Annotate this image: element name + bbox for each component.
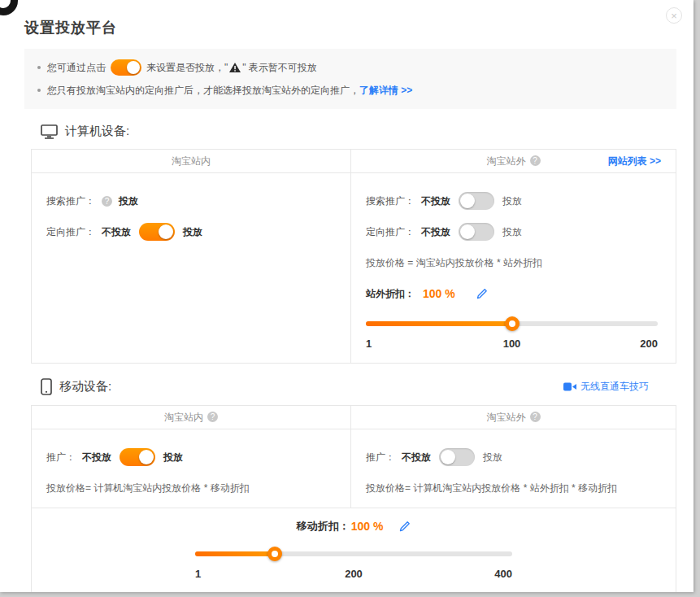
target-promo-label: 定向推广：: [46, 225, 95, 239]
toggle-knob: [139, 450, 154, 464]
slider-min-label: 1: [195, 568, 201, 580]
mobile-onsite-toggle[interactable]: [120, 448, 155, 466]
header-label: 淘宝站外: [487, 155, 526, 167]
offsite-discount-value: 100 %: [423, 287, 455, 300]
notice-line-2: 您只有投放淘宝站内的定向推广后，才能选择投放淘宝站外的定向推广， 了解详情 >>: [36, 79, 665, 102]
dialog-title: 设置投放平台: [0, 0, 693, 37]
on-label: 投放: [483, 451, 502, 464]
notice-text: " 表示暂不可投放: [242, 56, 317, 79]
mobile-icon: [41, 378, 52, 395]
toggle-knob: [127, 61, 140, 74]
on-label: 投放: [502, 194, 522, 208]
slider-fill: [366, 321, 512, 326]
warning-icon: [229, 63, 241, 72]
mobile-table-header: 淘宝站内? 淘宝站外?: [32, 406, 676, 429]
help-icon[interactable]: ?: [530, 155, 541, 166]
off-label: 不投放: [421, 194, 450, 208]
help-icon[interactable]: ?: [102, 196, 112, 207]
mobile-section-title: 移动设备:: [59, 379, 111, 394]
off-label: 不投放: [102, 225, 131, 239]
mobile-discount-line: 移动折扣： 100 %: [32, 519, 676, 534]
mobile-discount-row: 移动折扣： 100 % 1 200 400: [32, 508, 676, 592]
computer-onsite-search-row: 搜索推广： ? 投放: [46, 191, 333, 211]
toggle-knob: [441, 450, 455, 464]
header-label: 淘宝站内: [164, 412, 203, 423]
computer-icon: [41, 124, 58, 139]
mobile-offsite-header: 淘宝站外?: [350, 406, 676, 429]
target-promo-label: 定向推广：: [366, 225, 415, 239]
mobile-onsite-promo-row: 推广： 不投放 投放: [46, 447, 333, 467]
mobile-table-body: 推广： 不投放 投放 投放价格= 计算机淘宝站内投放价格 * 移动折扣 推广： …: [32, 429, 676, 508]
mobile-discount-slider[interactable]: [195, 547, 512, 561]
slider-min-label: 1: [366, 338, 372, 350]
computer-table: 淘宝站内 淘宝站外? 网站列表 >> 搜索推广： ? 投放 定向推广： 不投放 …: [31, 149, 676, 364]
mobile-section-header: 移动设备: 无线直通车技巧: [41, 378, 676, 395]
settings-dialog: × 设置投放平台 您可通过点击 来设置是否投放，" " 表示暂不可投放 您只有投…: [0, 0, 693, 592]
computer-section-title: 计算机设备:: [65, 124, 129, 139]
edit-icon[interactable]: [399, 521, 411, 532]
computer-table-body: 搜索推广： ? 投放 定向推广： 不投放 投放 搜索推广： 不投放 投放: [32, 173, 676, 363]
off-label: 不投放: [402, 451, 431, 464]
bullet-icon: [37, 89, 41, 92]
computer-table-header: 淘宝站内 淘宝站外? 网站列表 >>: [32, 150, 676, 173]
header-label: 淘宝站外: [487, 412, 526, 423]
off-label: 不投放: [421, 225, 450, 239]
notice-text: 您可通过点击: [47, 56, 106, 79]
offsite-discount-row: 站外折扣： 100 %: [366, 284, 658, 303]
promo-label: 推广：: [366, 451, 395, 464]
website-list-link[interactable]: 网站列表 >>: [608, 150, 661, 172]
mobile-offsite-toggle[interactable]: [439, 448, 475, 466]
notice-box: 您可通过点击 来设置是否投放，" " 表示暂不可投放 您只有投放淘宝站内的定向推…: [24, 49, 676, 109]
close-button[interactable]: ×: [666, 7, 682, 24]
edit-icon[interactable]: [476, 288, 488, 299]
on-label: 投放: [163, 451, 183, 464]
toggle-knob: [460, 194, 475, 208]
computer-onsite-header: 淘宝站内: [32, 150, 350, 172]
learn-more-link[interactable]: 了解详情 >>: [359, 79, 412, 102]
notice-text: 来设置是否投放，": [146, 56, 228, 79]
computer-onsite-target-row: 定向推广： 不投放 投放: [46, 222, 333, 242]
computer-offsite-search-toggle[interactable]: [459, 192, 494, 210]
computer-onsite-target-toggle[interactable]: [139, 223, 175, 241]
computer-offsite-header: 淘宝站外? 网站列表 >>: [350, 150, 676, 172]
slider-handle[interactable]: [505, 316, 520, 331]
search-promo-label: 搜索推广：: [46, 194, 95, 208]
toggle-knob: [460, 224, 475, 239]
slider-max-label: 200: [640, 338, 658, 350]
offsite-discount-slider[interactable]: [366, 316, 658, 331]
offsite-discount-label: 站外折扣：: [366, 287, 415, 301]
mobile-offsite-cell: 推广： 不投放 投放 投放价格= 计算机淘宝站内投放价格 * 站外折扣 * 移动…: [350, 429, 676, 508]
promo-label: 推广：: [46, 451, 76, 464]
on-label: 投放: [183, 225, 202, 239]
demo-toggle: [111, 59, 141, 76]
search-promo-label: 搜索推广：: [366, 194, 415, 208]
offsite-price-formula: 投放价格 = 淘宝站内投放价格 * 站外折扣: [366, 253, 658, 272]
computer-offsite-cell: 搜索推广： 不投放 投放 定向推广： 不投放 投放 投放价格 = 淘宝站内投放价…: [350, 173, 676, 363]
mobile-discount-value: 100 %: [351, 520, 384, 533]
computer-onsite-cell: 搜索推广： ? 投放 定向推广： 不投放 投放: [32, 173, 350, 363]
offsite-slider-labels: 1 100 200: [366, 338, 658, 350]
help-icon[interactable]: ?: [530, 412, 541, 422]
computer-section-header: 计算机设备:: [41, 124, 676, 139]
computer-offsite-target-toggle[interactable]: [459, 223, 494, 241]
bullet-icon: [37, 66, 41, 69]
slider-mid-label: 200: [345, 568, 363, 580]
header-label: 淘宝站内: [172, 155, 211, 167]
slider-fill: [195, 551, 275, 556]
computer-offsite-search-row: 搜索推广： 不投放 投放: [366, 191, 658, 211]
close-icon: ×: [671, 10, 677, 22]
mobile-table: 淘宝站内? 淘宝站外? 推广： 不投放 投放 投放价格= 计算机淘宝站内投放价格…: [31, 405, 676, 592]
toggle-knob: [159, 224, 173, 239]
computer-offsite-target-row: 定向推广： 不投放 投放: [366, 222, 658, 242]
on-label: 投放: [502, 225, 522, 239]
video-icon: [563, 382, 576, 391]
slider-handle[interactable]: [267, 547, 282, 561]
search-promo-value: 投放: [119, 194, 138, 208]
help-icon[interactable]: ?: [207, 412, 218, 422]
mobile-onsite-formula: 投放价格= 计算机淘宝站内投放价格 * 移动折扣: [46, 478, 333, 498]
mobile-offsite-promo-row: 推广： 不投放 投放: [366, 447, 658, 467]
mobile-slider-labels: 1 200 400: [195, 568, 512, 580]
notice-line-1: 您可通过点击 来设置是否投放，" " 表示暂不可投放: [36, 56, 665, 79]
mobile-offsite-formula: 投放价格= 计算机淘宝站内投放价格 * 站外折扣 * 移动折扣: [366, 478, 658, 498]
wireless-tips-link[interactable]: 无线直通车技巧: [563, 380, 649, 394]
